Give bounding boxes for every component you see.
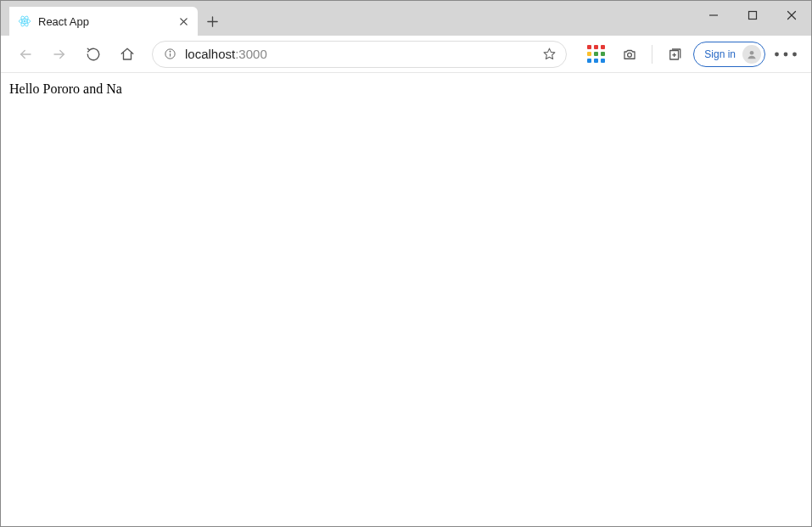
- toolbar-divider: [652, 45, 652, 64]
- forward-button[interactable]: [45, 40, 74, 69]
- page-viewport: Hello Pororo and Na: [1, 73, 811, 526]
- toolbar-right-group: Sign in: [580, 40, 801, 69]
- svg-marker-17: [544, 48, 555, 59]
- new-tab-button[interactable]: [198, 7, 227, 36]
- browser-toolbar: localhost:3000 Sign in: [1, 36, 811, 73]
- back-button[interactable]: [11, 40, 40, 69]
- signin-button[interactable]: Sign in: [693, 42, 765, 67]
- tab-title: React App: [38, 15, 171, 28]
- address-bar[interactable]: localhost:3000: [152, 41, 567, 68]
- home-button[interactable]: [113, 40, 142, 69]
- avatar-icon: [742, 45, 761, 64]
- svg-point-23: [775, 52, 779, 56]
- svg-point-18: [628, 53, 632, 57]
- signin-label: Sign in: [704, 48, 736, 60]
- page-body-text: Hello Pororo and Na: [9, 81, 803, 97]
- svg-point-25: [792, 52, 797, 56]
- maximize-button[interactable]: [733, 1, 772, 30]
- react-icon: [18, 14, 31, 28]
- window-controls: [694, 1, 811, 30]
- svg-point-22: [750, 50, 754, 54]
- close-window-button[interactable]: [772, 1, 811, 30]
- minimize-button[interactable]: [694, 1, 733, 30]
- close-tab-icon[interactable]: [177, 15, 189, 27]
- refresh-button[interactable]: [79, 40, 108, 69]
- url-text[interactable]: localhost:3000: [185, 47, 530, 61]
- apps-button[interactable]: [580, 40, 611, 69]
- url-port: :3000: [235, 47, 267, 61]
- svg-rect-9: [749, 12, 757, 20]
- apps-grid-icon: [587, 45, 605, 63]
- more-menu-button[interactable]: [770, 40, 801, 69]
- svg-point-16: [169, 51, 170, 52]
- favorite-icon[interactable]: [539, 44, 559, 64]
- screenshot-button[interactable]: [614, 40, 645, 69]
- browser-tab-active[interactable]: React App: [9, 7, 198, 36]
- svg-point-24: [784, 52, 788, 56]
- url-host: localhost: [185, 47, 235, 61]
- browser-tab-strip: React App: [1, 1, 811, 36]
- svg-point-3: [24, 20, 25, 22]
- info-icon[interactable]: [163, 48, 176, 61]
- collections-button[interactable]: [659, 40, 690, 69]
